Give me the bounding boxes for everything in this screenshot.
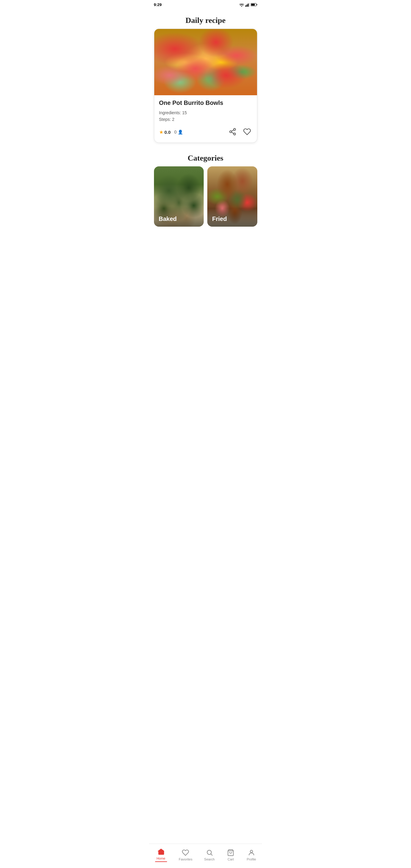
svg-rect-2 — [248, 4, 249, 7]
svg-rect-5 — [256, 4, 257, 5]
rating-value: 0.0 — [164, 130, 171, 135]
fried-label: Fried — [207, 207, 257, 227]
categories-section: Categories Baked Fried — [149, 149, 262, 227]
categories-title: Categories — [154, 149, 257, 166]
favorite-button[interactable] — [242, 127, 252, 138]
recipe-stats: ★ 0.0 0 👤 — [159, 129, 183, 135]
status-time: 9:29 — [154, 2, 162, 7]
recipe-image — [154, 29, 257, 95]
svg-rect-1 — [247, 4, 247, 7]
steps-text: Steps: 2 — [159, 116, 252, 123]
daily-recipe-title: Daily recipe — [149, 11, 262, 29]
svg-rect-0 — [245, 5, 246, 7]
svg-rect-6 — [251, 4, 255, 6]
share-button[interactable] — [227, 127, 238, 138]
status-icons — [239, 3, 257, 7]
recipe-title: One Pot Burrito Bowls — [159, 99, 252, 106]
recipe-actions — [227, 127, 252, 138]
heart-icon — [243, 128, 251, 136]
wifi-icon — [239, 3, 244, 7]
category-card-fried[interactable]: Fried — [207, 166, 257, 227]
svg-line-11 — [231, 130, 233, 131]
people-stat: 0 👤 — [174, 130, 183, 134]
recipe-footer: ★ 0.0 0 👤 — [159, 127, 252, 138]
page-content: Daily recipe One Pot Burrito Bowls Ingre… — [149, 8, 262, 251]
person-icon: 👤 — [178, 130, 183, 134]
people-count: 0 — [174, 130, 177, 134]
recipe-info: One Pot Burrito Bowls Ingredients: 15 St… — [154, 95, 257, 143]
svg-rect-3 — [249, 3, 250, 7]
recipe-card[interactable]: One Pot Burrito Bowls Ingredients: 15 St… — [154, 29, 257, 143]
ingredients-text: Ingredients: 15 — [159, 110, 252, 116]
battery-icon — [251, 3, 257, 6]
baked-label: Baked — [154, 207, 204, 227]
share-icon — [229, 128, 236, 136]
category-card-baked[interactable]: Baked — [154, 166, 204, 227]
categories-grid: Baked Fried — [154, 166, 257, 227]
recipe-meta: Ingredients: 15 Steps: 2 — [159, 110, 252, 123]
recipe-image-food — [154, 29, 257, 95]
star-icon: ★ — [159, 129, 163, 135]
signal-icon — [245, 3, 250, 7]
svg-line-10 — [231, 132, 233, 133]
status-bar: 9:29 — [149, 0, 262, 8]
recipe-rating: ★ 0.0 — [159, 129, 171, 135]
